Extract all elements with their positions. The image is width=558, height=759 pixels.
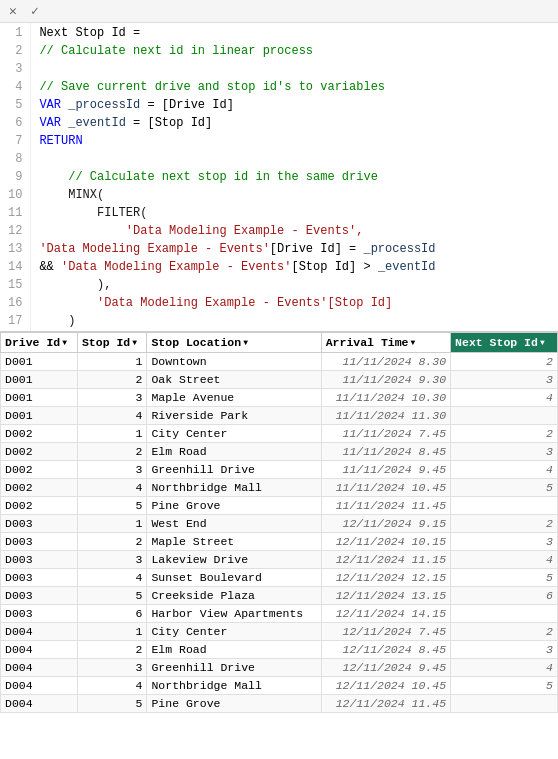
- cell-location: Northbridge Mall: [147, 677, 321, 695]
- column-header-next-stop-id[interactable]: Next Stop Id ▼: [451, 333, 558, 353]
- table-row: D0034Sunset Boulevard12/11/2024 12.155: [1, 569, 558, 587]
- cell-next-stop: 4: [451, 551, 558, 569]
- cell-stop-id: 4: [77, 569, 146, 587]
- cell-location: Maple Street: [147, 533, 321, 551]
- table-row: D0021City Center11/11/2024 7.452: [1, 425, 558, 443]
- cell-drive-id: D004: [1, 677, 78, 695]
- table-row: D0041City Center12/11/2024 7.452: [1, 623, 558, 641]
- cell-arrival: 11/11/2024 9.30: [321, 371, 450, 389]
- cancel-button[interactable]: ✕: [4, 2, 22, 20]
- column-header-stop-id[interactable]: Stop Id ▼: [77, 333, 146, 353]
- cell-arrival: 12/11/2024 10.45: [321, 677, 450, 695]
- code-line: ): [39, 312, 550, 330]
- code-line: MINX(: [39, 186, 550, 204]
- cell-arrival: 11/11/2024 11.45: [321, 497, 450, 515]
- code-line: ),: [39, 276, 550, 294]
- cell-stop-id: 3: [77, 461, 146, 479]
- line-number: 5: [8, 96, 22, 114]
- code-line: Next Stop Id =: [39, 24, 550, 42]
- cell-next-stop: 4: [451, 461, 558, 479]
- cell-arrival: 11/11/2024 11.30: [321, 407, 450, 425]
- cell-location: Downtown: [147, 353, 321, 371]
- cell-drive-id: D003: [1, 605, 78, 623]
- data-table-section: Drive Id ▼ Stop Id ▼ Stop Location ▼ Arr…: [0, 332, 558, 713]
- cell-location: Maple Avenue: [147, 389, 321, 407]
- cell-stop-id: 5: [77, 497, 146, 515]
- filter-arrow-icon[interactable]: ▼: [540, 338, 545, 347]
- cell-location: Lakeview Drive: [147, 551, 321, 569]
- cell-stop-id: 1: [77, 515, 146, 533]
- filter-arrow-icon[interactable]: ▼: [243, 338, 248, 347]
- cell-stop-id: 2: [77, 641, 146, 659]
- cell-drive-id: D002: [1, 497, 78, 515]
- line-number: 17: [8, 312, 22, 330]
- line-number: 13: [8, 240, 22, 258]
- table-row: D0023Greenhill Drive11/11/2024 9.454: [1, 461, 558, 479]
- table-row: D0013Maple Avenue11/11/2024 10.304: [1, 389, 558, 407]
- table-row: D0025Pine Grove11/11/2024 11.45: [1, 497, 558, 515]
- column-header-stop-location[interactable]: Stop Location ▼: [147, 333, 321, 353]
- column-filter[interactable]: Next Stop Id ▼: [455, 336, 545, 349]
- line-number: 3: [8, 60, 22, 78]
- cell-drive-id: D003: [1, 551, 78, 569]
- cell-next-stop: [451, 407, 558, 425]
- cell-stop-id: 5: [77, 695, 146, 713]
- code-editor: ✕ ✓ 1234567891011121314151617 Next Stop …: [0, 0, 558, 332]
- cell-next-stop: 3: [451, 641, 558, 659]
- cell-stop-id: 4: [77, 479, 146, 497]
- cell-location: City Center: [147, 623, 321, 641]
- cell-drive-id: D002: [1, 443, 78, 461]
- cell-location: Riverside Park: [147, 407, 321, 425]
- table-row: D0045Pine Grove12/11/2024 11.45: [1, 695, 558, 713]
- cell-arrival: 11/11/2024 8.45: [321, 443, 450, 461]
- table-row: D0033Lakeview Drive12/11/2024 11.154: [1, 551, 558, 569]
- line-number: 12: [8, 222, 22, 240]
- code-line: // Calculate next id in linear process: [39, 42, 550, 60]
- cell-next-stop: 5: [451, 479, 558, 497]
- cell-drive-id: D001: [1, 371, 78, 389]
- line-number: 7: [8, 132, 22, 150]
- line-number: 2: [8, 42, 22, 60]
- confirm-button[interactable]: ✓: [26, 2, 44, 20]
- column-filter[interactable]: Stop Id ▼: [82, 336, 137, 349]
- line-number: 8: [8, 150, 22, 168]
- cell-drive-id: D004: [1, 641, 78, 659]
- cell-next-stop: [451, 695, 558, 713]
- cell-location: Pine Grove: [147, 695, 321, 713]
- filter-arrow-icon[interactable]: ▼: [411, 338, 416, 347]
- column-header-drive-id[interactable]: Drive Id ▼: [1, 333, 78, 353]
- cell-arrival: 11/11/2024 9.45: [321, 461, 450, 479]
- table-row: D0014Riverside Park11/11/2024 11.30: [1, 407, 558, 425]
- cell-arrival: 11/11/2024 10.45: [321, 479, 450, 497]
- column-filter[interactable]: Stop Location ▼: [151, 336, 248, 349]
- cell-stop-id: 4: [77, 677, 146, 695]
- line-number: 16: [8, 294, 22, 312]
- line-number: 10: [8, 186, 22, 204]
- data-table: Drive Id ▼ Stop Id ▼ Stop Location ▼ Arr…: [0, 332, 558, 713]
- cell-stop-id: 3: [77, 551, 146, 569]
- cell-arrival: 12/11/2024 12.15: [321, 569, 450, 587]
- column-header-arrival-time[interactable]: Arrival Time ▼: [321, 333, 450, 353]
- cell-next-stop: [451, 605, 558, 623]
- table-row: D0036Harbor View Apartments12/11/2024 14…: [1, 605, 558, 623]
- filter-arrow-icon[interactable]: ▼: [132, 338, 137, 347]
- code-line: VAR _eventId = [Stop Id]: [39, 114, 550, 132]
- cell-next-stop: 2: [451, 425, 558, 443]
- column-label: Stop Id: [82, 336, 130, 349]
- cell-next-stop: 3: [451, 443, 558, 461]
- cell-next-stop: 2: [451, 623, 558, 641]
- code-line: && 'Data Modeling Example - Events'[Stop…: [39, 258, 550, 276]
- code-content[interactable]: Next Stop Id =// Calculate next id in li…: [31, 23, 558, 331]
- cell-location: West End: [147, 515, 321, 533]
- filter-arrow-icon[interactable]: ▼: [62, 338, 67, 347]
- cell-stop-id: 1: [77, 353, 146, 371]
- cell-stop-id: 5: [77, 587, 146, 605]
- line-number: 6: [8, 114, 22, 132]
- column-filter[interactable]: Drive Id ▼: [5, 336, 67, 349]
- cell-drive-id: D004: [1, 659, 78, 677]
- line-number: 11: [8, 204, 22, 222]
- cell-stop-id: 6: [77, 605, 146, 623]
- column-filter[interactable]: Arrival Time ▼: [326, 336, 416, 349]
- cell-arrival: 12/11/2024 7.45: [321, 623, 450, 641]
- line-number: 15: [8, 276, 22, 294]
